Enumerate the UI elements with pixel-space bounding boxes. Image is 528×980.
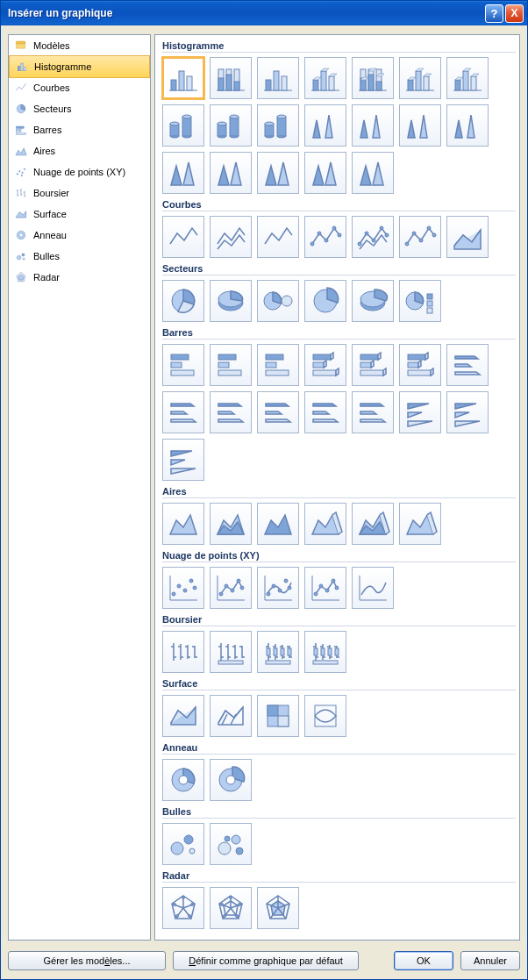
chart-tile-column-17[interactable] — [304, 152, 346, 194]
chart-tile-area-2[interactable] — [257, 503, 299, 545]
chart-gallery[interactable]: HistogrammeCourbesSecteursBarresAiresNua… — [154, 34, 520, 941]
chart-tile-xyscatter-3[interactable] — [304, 567, 346, 609]
chart-tile-column-3[interactable] — [304, 57, 346, 99]
svg-point-140 — [319, 584, 323, 588]
ok-button[interactable]: OK — [394, 951, 453, 970]
chart-tile-stock-1[interactable] — [210, 631, 252, 673]
chart-tile-stock-3[interactable] — [304, 631, 346, 673]
chart-tile-column-12[interactable] — [399, 104, 441, 147]
sidebar-item-bubble[interactable]: Bulles — [9, 246, 150, 267]
category-heading-column: Histogramme — [162, 39, 516, 53]
chart-tile-column-13[interactable] — [446, 104, 489, 147]
chart-tile-line-6[interactable] — [446, 216, 489, 258]
svg-rect-6 — [16, 126, 24, 128]
sidebar-item-doughnut[interactable]: Anneau — [9, 225, 150, 246]
chart-tile-bar-3[interactable] — [304, 344, 346, 386]
chart-tile-pie-5[interactable] — [399, 280, 441, 322]
chart-tile-column-2[interactable] — [257, 57, 299, 99]
chart-tile-area-1[interactable] — [210, 503, 252, 545]
chart-tile-pie-3[interactable] — [304, 280, 346, 322]
chart-tile-radar-1[interactable] — [210, 887, 252, 929]
chart-tile-surface-3[interactable] — [304, 695, 346, 737]
chart-tile-column-7[interactable] — [162, 104, 204, 147]
chart-tile-bar-6[interactable] — [446, 344, 489, 386]
chart-tile-column-5[interactable] — [399, 57, 441, 99]
chart-tile-column-15[interactable] — [210, 152, 252, 194]
sidebar-item-label: Aires — [33, 146, 55, 156]
chart-tile-bar-13[interactable] — [446, 391, 489, 433]
chart-tile-column-9[interactable] — [257, 104, 299, 147]
chart-tile-bar-11[interactable] — [352, 391, 394, 433]
sidebar-item-stock[interactable]: Boursier — [9, 182, 150, 204]
chart-tile-surface-0[interactable] — [162, 695, 204, 737]
svg-rect-149 — [281, 648, 284, 655]
chart-tile-stock-2[interactable] — [257, 631, 299, 673]
chart-tile-area-4[interactable] — [352, 503, 394, 545]
category-sidebar: ModèlesHistogrammeCourbesSecteursBarresA… — [8, 34, 151, 941]
chart-tile-column-6[interactable] — [446, 57, 489, 99]
chart-tile-bar-4[interactable] — [352, 344, 394, 386]
chart-tile-line-3[interactable] — [304, 216, 346, 258]
chart-tile-column-1[interactable] — [210, 57, 252, 99]
sidebar-item-pie[interactable]: Secteurs — [9, 98, 150, 119]
cancel-button[interactable]: Annuler — [460, 951, 520, 970]
chart-tile-radar-0[interactable] — [162, 887, 204, 929]
chart-tile-xyscatter-2[interactable] — [257, 567, 299, 609]
chart-tile-stock-0[interactable] — [162, 631, 204, 673]
sidebar-item-bar[interactable]: Barres — [9, 119, 150, 140]
chart-tile-surface-2[interactable] — [257, 695, 299, 737]
set-default-button[interactable]: Définir comme graphique par défaut — [173, 951, 359, 970]
chart-tile-line-2[interactable] — [257, 216, 299, 258]
chart-tile-bar-10[interactable] — [304, 391, 346, 433]
sidebar-item-templates[interactable]: Modèles — [9, 35, 150, 56]
chart-tile-column-14[interactable] — [162, 152, 204, 194]
chart-tile-line-1[interactable] — [210, 216, 252, 258]
chart-tile-bar-8[interactable] — [210, 391, 252, 433]
sidebar-item-area[interactable]: Aires — [9, 140, 150, 161]
chart-tile-column-18[interactable] — [352, 152, 394, 194]
chart-tile-column-16[interactable] — [257, 152, 299, 194]
chart-tile-column-8[interactable] — [210, 104, 252, 147]
chart-tile-surface-1[interactable] — [210, 695, 252, 737]
chart-tile-bar-5[interactable] — [399, 344, 441, 386]
chart-tile-bar-14[interactable] — [162, 439, 204, 481]
chart-tile-pie-1[interactable] — [210, 280, 252, 322]
chart-tile-bar-2[interactable] — [257, 344, 299, 386]
sidebar-item-radar[interactable]: Radar — [9, 267, 150, 288]
chart-tile-pie-0[interactable] — [162, 280, 204, 322]
sidebar-item-line[interactable]: Courbes — [9, 77, 150, 98]
chart-tile-bar-9[interactable] — [257, 391, 299, 433]
chart-tile-bar-7[interactable] — [162, 391, 204, 433]
sidebar-item-xyscatter[interactable]: Nuage de points (XY) — [9, 161, 150, 182]
chart-tile-doughnut-0[interactable] — [162, 759, 204, 801]
chart-tile-bar-12[interactable] — [399, 391, 441, 433]
chart-tile-column-0[interactable] — [161, 56, 205, 100]
chart-tile-line-5[interactable] — [399, 216, 441, 258]
chart-tile-area-3[interactable] — [304, 503, 346, 545]
chart-tile-bar-0[interactable] — [162, 344, 204, 386]
svg-point-128 — [237, 579, 240, 583]
svg-rect-22 — [187, 76, 192, 90]
chart-tile-doughnut-1[interactable] — [210, 759, 252, 801]
chart-tile-line-0[interactable] — [162, 216, 204, 258]
chart-tile-xyscatter-4[interactable] — [352, 567, 394, 609]
close-button[interactable]: X — [505, 4, 524, 23]
chart-tile-radar-2[interactable] — [257, 887, 299, 929]
chart-tile-column-11[interactable] — [352, 104, 394, 147]
chart-tile-area-5[interactable] — [399, 503, 441, 545]
chart-tile-bar-1[interactable] — [210, 344, 252, 386]
sidebar-item-column[interactable]: Histogramme — [9, 55, 150, 78]
manage-templates-button[interactable]: Gérer les modèles... — [8, 951, 166, 970]
chart-tile-bubble-0[interactable] — [162, 823, 204, 865]
sidebar-item-surface[interactable]: Surface — [9, 204, 150, 225]
chart-tile-bubble-1[interactable] — [210, 823, 252, 865]
chart-tile-xyscatter-0[interactable] — [162, 567, 204, 609]
chart-tile-line-4[interactable] — [352, 216, 394, 258]
chart-tile-xyscatter-1[interactable] — [210, 567, 252, 609]
help-button[interactable]: ? — [485, 4, 503, 23]
chart-tile-area-0[interactable] — [162, 503, 204, 545]
chart-tile-column-10[interactable] — [304, 104, 346, 147]
chart-tile-pie-2[interactable] — [257, 280, 299, 322]
chart-tile-pie-4[interactable] — [352, 280, 394, 322]
chart-tile-column-4[interactable] — [352, 57, 394, 99]
